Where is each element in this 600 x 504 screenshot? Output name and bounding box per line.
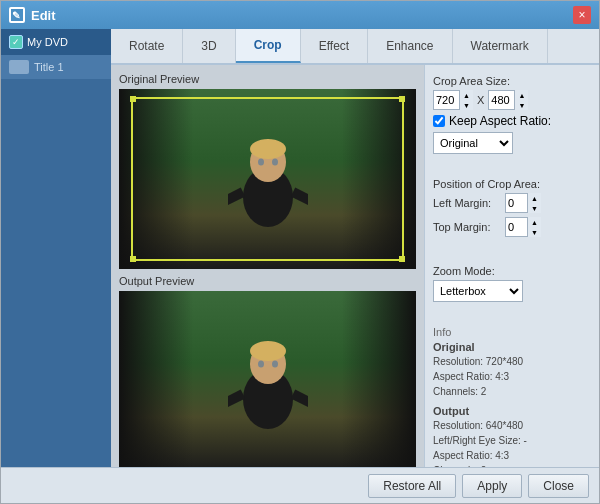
title-bar: ✎ Edit × — [1, 1, 599, 29]
output-image — [119, 291, 416, 467]
out-resolution: Resolution: 640*480 — [433, 418, 591, 433]
left-margin-row: Left Margin: ▲ ▼ — [433, 193, 591, 213]
edit-window: ✎ Edit × ✓ My DVD Title 1 Rotate 3D Crop — [0, 0, 600, 504]
width-spin-btns: ▲ ▼ — [459, 90, 473, 110]
tab-bar: Rotate 3D Crop Effect Enhance Watermark — [111, 29, 599, 65]
info-title: Info — [433, 326, 591, 338]
zoom-mode-select[interactable]: Letterbox Pan & Scan Full — [433, 280, 523, 302]
crop-border — [131, 97, 404, 261]
out-left-right: Left/Right Eye Size: - — [433, 433, 591, 448]
content-area: ✓ My DVD Title 1 Rotate 3D Crop Effect E… — [1, 29, 599, 467]
svg-line-14 — [228, 394, 243, 404]
out-aspect: Aspect Ratio: 4:3 — [433, 448, 591, 463]
height-input-wrapper: ▲ ▼ — [488, 90, 528, 110]
sidebar-header: ✓ My DVD — [1, 29, 111, 55]
top-margin-down[interactable]: ▼ — [527, 227, 541, 237]
crop-area-size-label: Crop Area Size: — [433, 75, 591, 87]
crop-corner-bl — [130, 256, 136, 262]
svg-point-13 — [272, 361, 278, 368]
height-down-button[interactable]: ▼ — [514, 100, 528, 110]
close-window-button[interactable]: × — [573, 6, 591, 24]
sidebar-title: My DVD — [27, 36, 68, 48]
tab-crop[interactable]: Crop — [236, 29, 301, 63]
width-up-button[interactable]: ▲ — [459, 90, 473, 100]
position-group: Position of Crop Area: Left Margin: ▲ ▼ — [433, 178, 591, 241]
tab-rotate[interactable]: Rotate — [111, 29, 183, 63]
crop-corner-br — [399, 256, 405, 262]
tab-effect[interactable]: Effect — [301, 29, 368, 63]
original-preview-section: Original Preview — [119, 73, 416, 269]
orig-resolution: Resolution: 720*480 — [433, 354, 591, 369]
crop-corner-tl — [130, 96, 136, 102]
top-margin-wrapper: ▲ ▼ — [505, 217, 541, 237]
orig-aspect: Aspect Ratio: 4:3 — [433, 369, 591, 384]
left-margin-wrapper: ▲ ▼ — [505, 193, 541, 213]
sidebar-item-label: Title 1 — [34, 61, 64, 73]
title-bar-left: ✎ Edit — [9, 7, 56, 23]
right-panel: Crop Area Size: ▲ ▼ X — [424, 65, 599, 467]
window-title: Edit — [31, 8, 56, 23]
original-image — [119, 89, 416, 269]
preview-area: Original Preview — [111, 65, 424, 467]
edit-area: Original Preview — [111, 65, 599, 467]
svg-text:✎: ✎ — [12, 10, 20, 21]
zoom-mode-group: Zoom Mode: Letterbox Pan & Scan Full — [433, 265, 591, 302]
kid-figure-output — [228, 334, 308, 444]
left-margin-down[interactable]: ▼ — [527, 203, 541, 213]
keep-aspect-ratio-checkbox[interactable] — [433, 115, 445, 127]
svg-line-15 — [293, 394, 308, 404]
top-margin-row: Top Margin: ▲ ▼ — [433, 217, 591, 237]
crop-area-size-group: Crop Area Size: ▲ ▼ X — [433, 75, 591, 154]
orig-channels: Channels: 2 — [433, 384, 591, 399]
sidebar-item-title1[interactable]: Title 1 — [1, 55, 111, 79]
sidebar: ✓ My DVD Title 1 — [1, 29, 111, 467]
app-icon: ✎ — [9, 7, 25, 23]
output-info-label: Output — [433, 405, 591, 417]
title-icon — [9, 60, 29, 74]
info-section: Info Original Resolution: 720*480 Aspect… — [433, 326, 591, 467]
original-info-label: Original — [433, 341, 591, 353]
apply-button[interactable]: Apply — [462, 474, 522, 498]
output-preview-box — [119, 291, 416, 467]
x-separator: X — [477, 94, 484, 106]
svg-point-11 — [250, 341, 286, 361]
svg-point-12 — [258, 361, 264, 368]
output-preview-section: Output Preview — [119, 275, 416, 467]
aspect-ratio-select[interactable]: Original 16:9 4:3 Custom — [433, 132, 513, 154]
tab-3d[interactable]: 3D — [183, 29, 235, 63]
top-margin-label: Top Margin: — [433, 221, 501, 233]
zoom-mode-label: Zoom Mode: — [433, 265, 591, 277]
top-margin-spin: ▲ ▼ — [527, 217, 541, 237]
original-info-group: Original Resolution: 720*480 Aspect Rati… — [433, 341, 591, 399]
main-area: Rotate 3D Crop Effect Enhance Watermark … — [111, 29, 599, 467]
size-row: ▲ ▼ X ▲ ▼ — [433, 90, 591, 110]
position-label: Position of Crop Area: — [433, 178, 591, 190]
original-preview-box — [119, 89, 416, 269]
restore-all-button[interactable]: Restore All — [368, 474, 456, 498]
width-down-button[interactable]: ▼ — [459, 100, 473, 110]
left-margin-label: Left Margin: — [433, 197, 501, 209]
output-preview-label: Output Preview — [119, 275, 416, 287]
tab-watermark[interactable]: Watermark — [453, 29, 548, 63]
output-info-group: Output Resolution: 640*480 Left/Right Ey… — [433, 405, 591, 467]
keep-aspect-ratio-row: Keep Aspect Ratio: — [433, 114, 591, 128]
close-button[interactable]: Close — [528, 474, 589, 498]
height-up-button[interactable]: ▲ — [514, 90, 528, 100]
sidebar-check[interactable]: ✓ — [9, 35, 23, 49]
crop-corner-tr — [399, 96, 405, 102]
left-margin-up[interactable]: ▲ — [527, 193, 541, 203]
original-preview-label: Original Preview — [119, 73, 416, 85]
width-input-wrapper: ▲ ▼ — [433, 90, 473, 110]
top-margin-up[interactable]: ▲ — [527, 217, 541, 227]
tab-enhance[interactable]: Enhance — [368, 29, 452, 63]
height-spin-btns: ▲ ▼ — [514, 90, 528, 110]
left-margin-spin: ▲ ▼ — [527, 193, 541, 213]
keep-aspect-ratio-label: Keep Aspect Ratio: — [449, 114, 551, 128]
bottom-bar: Restore All Apply Close — [1, 467, 599, 503]
